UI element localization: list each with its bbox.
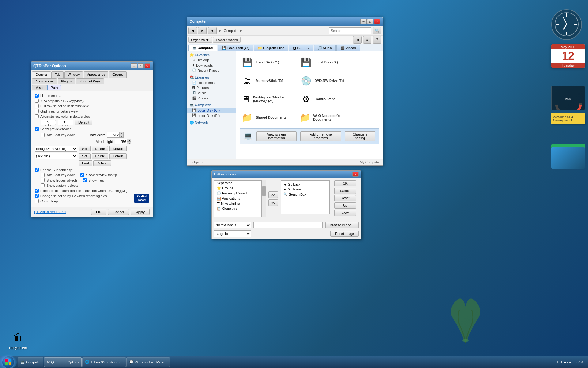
qt-tab-tab[interactable]: Tab [51, 71, 64, 78]
dialog-list-item-separator[interactable]: Separator [214, 181, 261, 186]
donate-button[interactable]: PayPalDonate [134, 194, 149, 203]
max-height-input[interactable] [115, 139, 127, 144]
qt-version-link[interactable]: QTTabBar ver.1.2.2.1 [34, 210, 66, 214]
help-button[interactable]: ? [373, 36, 381, 44]
full-row-checkbox[interactable] [35, 104, 39, 108]
file-type-1-set-button[interactable]: Set [79, 146, 91, 151]
change-setting-button[interactable]: Change a setting [345, 131, 375, 141]
sidebar-item-recent[interactable]: 🕐 Recent Places [187, 68, 236, 73]
folder-options-button[interactable]: Folder Options [213, 37, 241, 43]
dialog-ok-button[interactable]: OK [334, 180, 356, 186]
sub-folder-checkbox[interactable] [35, 168, 39, 172]
taskbar-item-messenger[interactable]: 💬 Windows Live Mess... [126, 357, 170, 367]
sidebar-item-documents[interactable]: 📄 Documents [187, 80, 236, 85]
computer-close-button[interactable]: ✕ [374, 19, 380, 24]
sidebar-favorites-header[interactable]: ⭐ Favorites [187, 52, 236, 58]
shift-key-checkbox[interactable] [41, 133, 45, 137]
qt-tab-applications[interactable]: Applications [32, 78, 57, 84]
dialog-list-scrollbar[interactable] [262, 180, 266, 217]
qt-tab-groups[interactable]: Groups [109, 71, 127, 78]
sidebar-item-downloads[interactable]: ⬇ Downloads [187, 63, 236, 68]
qt-tab-general[interactable]: General [32, 71, 51, 78]
qt-ok-button[interactable]: OK [91, 209, 106, 215]
nav-back-button[interactable]: ◄ [188, 27, 197, 34]
dialog-close-button[interactable]: ✕ [352, 172, 359, 177]
computer-maximize-button[interactable]: □ [367, 19, 373, 24]
max-width-input[interactable] [107, 132, 119, 138]
drive-item-local-c[interactable]: 💾 Local Disk (C:) [240, 55, 295, 70]
file-type-1-default-button[interactable]: Default [109, 146, 127, 151]
max-width-up-button[interactable]: ▲ [119, 132, 124, 135]
search-input[interactable] [329, 27, 371, 34]
dialog-list-item-recently-closed[interactable]: 🕐 Recently Closed [214, 191, 261, 196]
sidebar-item-local-disk-c[interactable]: 💾 Local Disk (C:) [187, 108, 236, 113]
cursor-loop-checkbox[interactable] [35, 199, 39, 203]
sub-shift-checkbox[interactable] [41, 173, 45, 177]
change-selection-checkbox[interactable] [35, 194, 39, 198]
sidebar-item-pictures[interactable]: 🖼 Pictures [187, 85, 236, 90]
grid-lines-checkbox[interactable] [35, 109, 39, 113]
color-default-button[interactable]: Default [75, 120, 92, 125]
sidebar-libraries-header[interactable]: 📚 Libraries [187, 75, 236, 80]
recycle-bin[interactable]: 🗑 Recycle Bin [9, 330, 27, 350]
system-objects-checkbox[interactable] [41, 183, 45, 187]
drive-item-memory-stick[interactable]: 🗂 MemoryStick (E:) [240, 73, 295, 88]
browse-image-button[interactable]: Browse image... [325, 222, 359, 228]
dialog-reset-button[interactable]: Reset [334, 195, 356, 201]
view-system-info-button[interactable]: View system information [256, 131, 297, 141]
view-toggle-button[interactable]: ⊞ [353, 36, 362, 44]
txt-color-button[interactable]: Txt color [58, 120, 73, 125]
sidebar-network-header[interactable]: 🌐 Network [187, 120, 236, 125]
qt-tab-appearance[interactable]: Appearance [84, 71, 108, 78]
drive-item-control-panel[interactable]: ⚙ Control Panel [299, 92, 354, 106]
nav-forward-button[interactable]: ► [198, 27, 207, 34]
sidebar-computer-header[interactable]: 💻 Computer [187, 102, 236, 108]
search-button[interactable]: 🔍 [373, 27, 381, 34]
xp-compatible-checkbox[interactable] [35, 99, 39, 103]
dialog-up-button[interactable]: Up [334, 202, 356, 209]
custom-label-input[interactable] [253, 222, 323, 228]
sub-preview-checkbox[interactable] [80, 173, 84, 177]
max-width-down-button[interactable]: ▼ [119, 135, 124, 138]
qt-subtab-path[interactable]: Path [47, 85, 61, 90]
max-height-down-button[interactable]: ▼ [127, 142, 131, 144]
drive-item-dvd[interactable]: 💿 DVD-RW Drive (F:) [299, 73, 354, 88]
taskbar-item-qt[interactable]: ⚙ QTTabBar Options [44, 357, 82, 367]
tab-pictures[interactable]: 🖼 Pictures [289, 45, 313, 51]
remove-from-toolbar-button[interactable]: << [268, 199, 278, 206]
tab-local-disk-c[interactable]: 💾 Local Disk (C:) [218, 45, 253, 51]
details-button[interactable]: ≡ [363, 36, 371, 44]
font-button[interactable]: Font [79, 160, 92, 166]
eliminate-ext-checkbox[interactable] [35, 189, 39, 193]
qt-minimize-button[interactable]: ─ [131, 63, 137, 68]
qt-maximize-button[interactable]: □ [138, 63, 144, 68]
organize-button[interactable]: Organize ▼ [188, 37, 212, 43]
icon-size-select[interactable]: Large icon Small icon [214, 230, 251, 237]
tab-program-files[interactable]: 📁 Program Files [254, 45, 288, 51]
dialog-toolbar-item-goforward[interactable]: ► Go forward [282, 187, 328, 192]
qt-tab-plugins[interactable]: Plugins [58, 78, 75, 84]
dialog-toolbar-item-goback[interactable]: ◄ Go back [282, 182, 328, 187]
drive-item-local-d[interactable]: 💾 Local Disk (D:) [299, 55, 354, 70]
file-type-2-select[interactable]: (Text file) [35, 153, 77, 159]
file-type-1-select[interactable]: (Image & movie file) [35, 146, 77, 152]
dialog-down-button[interactable]: Down [334, 210, 356, 216]
dialog-list-item-applications[interactable]: 🪟 Applications [214, 196, 261, 201]
dialog-toolbar-item-searchbox[interactable]: 🔍 Search Box [282, 192, 328, 197]
hidden-objects-checkbox[interactable] [41, 178, 45, 182]
drive-item-network-maxtor[interactable]: 🖥 Desktop on 'Maxtor (Maxtor)' (Z:) [240, 92, 295, 106]
reset-image-button[interactable]: Reset image [330, 231, 359, 237]
file-type-2-delete-button[interactable]: Delete [92, 153, 108, 159]
add-to-toolbar-button[interactable]: >> [268, 191, 278, 198]
file-type-2-default-button[interactable]: Default [109, 153, 127, 159]
tab-music[interactable]: 🎵 Music [314, 45, 336, 51]
qt-tab-window[interactable]: Window [64, 71, 83, 78]
dialog-list-item-groups[interactable]: ⭐ Groups [214, 186, 261, 191]
hide-menu-bar-checkbox[interactable] [35, 94, 39, 98]
show-preview-checkbox[interactable] [35, 127, 39, 131]
qt-cancel-button[interactable]: Cancel [108, 209, 129, 215]
add-remove-programs-button[interactable]: Add or remove programs [300, 131, 341, 141]
sidebar-item-music[interactable]: 🎵 Music [187, 90, 236, 95]
taskbar-item-devian[interactable]: 🌐 InTime69 on devian... [82, 357, 126, 367]
file-type-2-set-button[interactable]: Set [79, 153, 91, 159]
